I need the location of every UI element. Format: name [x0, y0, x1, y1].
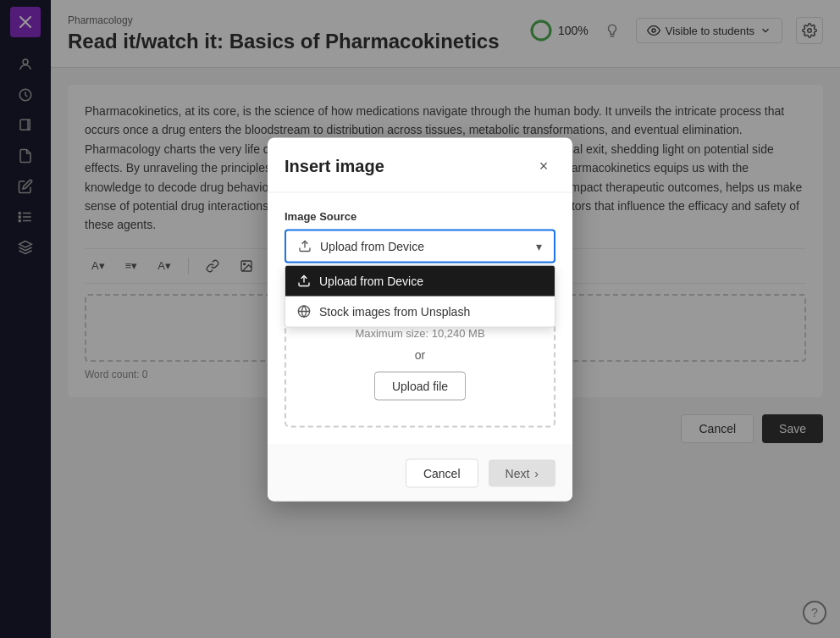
upload-icon: [298, 239, 312, 252]
dropdown-selected-value: Upload from Device: [320, 239, 528, 252]
image-source-label: Image Source: [285, 209, 555, 222]
modal-next-button[interactable]: Next ›: [489, 459, 555, 486]
chevron-down-icon: ▾: [536, 239, 542, 252]
modal-footer: Cancel Next ›: [268, 444, 572, 501]
upload-file-button[interactable]: Upload file: [374, 371, 466, 400]
modal-cancel-button[interactable]: Cancel: [406, 458, 478, 487]
dropdown-trigger[interactable]: Upload from Device ▾: [285, 229, 555, 263]
upload-device-icon: [297, 274, 311, 287]
modal-header: Insert image ×: [268, 137, 572, 192]
upload-or-text: or: [303, 347, 537, 361]
dropdown-option-upload-label: Upload from Device: [319, 274, 423, 287]
dropdown-item-upload-device[interactable]: Upload from Device: [285, 265, 555, 296]
upload-max-size-text: Maximum size: 10,240 MB: [303, 326, 537, 339]
dropdown-menu: Upload from Device Stock images from Uns…: [285, 264, 555, 327]
image-source-dropdown[interactable]: Upload from Device ▾ Upload from Device: [285, 229, 555, 263]
globe-icon: [297, 304, 311, 318]
modal-next-label: Next: [506, 466, 530, 480]
modal-title: Insert image: [285, 157, 384, 176]
modal-next-arrow: ›: [534, 466, 539, 480]
dropdown-option-unsplash-label: Stock images from Unsplash: [319, 304, 470, 318]
dropdown-item-unsplash[interactable]: Stock images from Unsplash: [285, 296, 555, 326]
insert-image-modal: Insert image × Image Source Upload from …: [268, 137, 572, 501]
modal-close-button[interactable]: ×: [532, 154, 555, 178]
modal-body: Image Source Upload from Device ▾: [268, 192, 572, 444]
